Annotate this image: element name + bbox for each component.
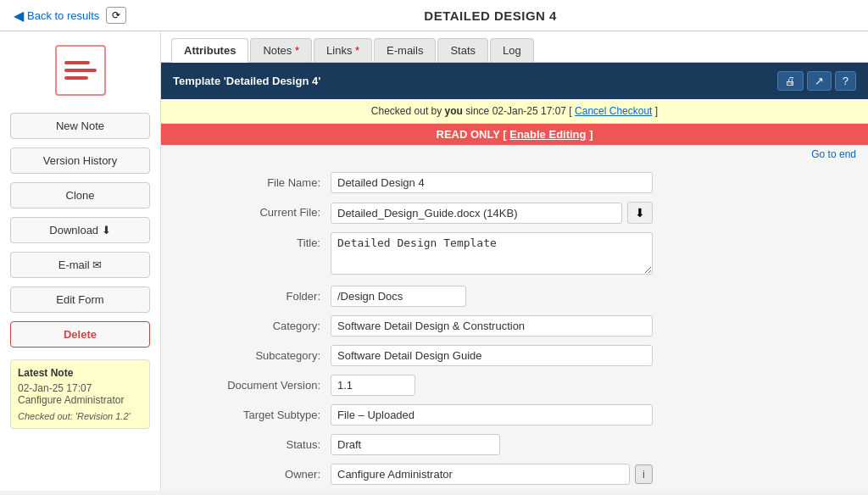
- folder-input[interactable]: [331, 286, 466, 307]
- label-targetsubtype: Target Subtype:: [212, 404, 331, 421]
- checkout-you: you: [445, 105, 463, 117]
- download-button[interactable]: Download ⬇: [10, 217, 150, 243]
- go-to-end-link[interactable]: Go to end: [811, 148, 856, 160]
- sidebar-logo: [10, 45, 150, 96]
- form-row-targetsubtype: Target Subtype:: [212, 404, 851, 425]
- checkout-since: since 02-Jan-25 17:07 [: [465, 105, 571, 117]
- readonly-end: ]: [589, 128, 593, 141]
- doc-panel: Template 'Detailed Design 4' 🖨 ↗ ? Check…: [161, 63, 868, 491]
- edit-form-button[interactable]: Edit Form: [10, 286, 150, 313]
- label-docversion: Document Version:: [212, 375, 331, 392]
- history-icon-button[interactable]: ⟳: [106, 7, 126, 24]
- logo-line-3: [64, 76, 88, 80]
- label-filename: File Name:: [212, 172, 331, 189]
- logo-lines: [64, 61, 97, 80]
- form-row-filename: File Name:: [212, 172, 851, 193]
- label-owner: Owner:: [212, 464, 331, 481]
- label-status: Status:: [212, 434, 331, 451]
- open-external-button[interactable]: ↗: [807, 71, 832, 91]
- top-bar: ◀ Back to results ⟳ DETAILED DESIGN 4: [0, 0, 868, 31]
- owner-info-button[interactable]: i: [635, 464, 653, 484]
- print-button[interactable]: 🖨: [777, 71, 804, 91]
- status-input[interactable]: [331, 434, 500, 455]
- version-history-button[interactable]: Version History: [10, 147, 150, 174]
- form-row-currentfile: Current File: ⬇: [212, 202, 851, 224]
- tab-links[interactable]: Links *: [314, 38, 372, 62]
- back-label: Back to results: [27, 9, 99, 22]
- tab-stats[interactable]: Stats: [437, 38, 488, 62]
- checkout-bracket-end: ]: [655, 105, 658, 117]
- label-title: Title:: [212, 232, 331, 249]
- form-row-title: Title: Detailed Design Template: [212, 232, 851, 277]
- currentfile-input[interactable]: [331, 203, 622, 224]
- form-area: File Name: Current File: ⬇: [161, 164, 868, 491]
- form-row-subcategory: Subcategory:: [212, 345, 851, 366]
- input-category: [331, 315, 653, 336]
- doc-header: Template 'Detailed Design 4' 🖨 ↗ ?: [161, 63, 868, 99]
- tab-emails[interactable]: E-mails: [374, 38, 436, 62]
- tab-attributes[interactable]: Attributes: [171, 38, 248, 63]
- label-subcategory: Subcategory:: [212, 345, 331, 362]
- form-row-docversion: Document Version:: [212, 375, 851, 396]
- page-title: DETAILED DESIGN 4: [126, 8, 854, 23]
- clone-button[interactable]: Clone: [10, 182, 150, 209]
- input-docversion: [331, 375, 653, 396]
- readonly-bar: READ ONLY [ Enable Editing ]: [161, 124, 868, 145]
- back-arrow-icon: ◀: [14, 8, 24, 24]
- owner-input-group: i: [331, 464, 653, 485]
- targetsubtype-input[interactable]: [331, 404, 653, 425]
- latest-note-date: 02-Jan-25 17:07: [18, 382, 142, 394]
- input-filename: [331, 172, 653, 193]
- latest-note-author: Canfigure Administrator: [18, 394, 142, 406]
- tab-log[interactable]: Log: [490, 38, 534, 62]
- form-row-folder: Folder:: [212, 286, 851, 307]
- main-layout: New Note Version History Clone Download …: [0, 31, 868, 491]
- email-button[interactable]: E-mail ✉: [10, 252, 150, 278]
- doc-header-title: Template 'Detailed Design 4': [173, 75, 320, 87]
- owner-input[interactable]: [331, 464, 630, 485]
- checked-out-note: Checked out: 'Revision 1.2': [18, 411, 142, 421]
- document-logo: [55, 45, 106, 96]
- content-area: Attributes Notes * Links * E-mails Stats…: [161, 31, 868, 491]
- label-category: Category:: [212, 315, 331, 332]
- enable-editing-link[interactable]: Enable Editing: [509, 128, 586, 141]
- readonly-prefix: READ ONLY [: [437, 128, 507, 141]
- title-textarea[interactable]: Detailed Design Template: [331, 232, 653, 275]
- links-asterisk: *: [352, 44, 359, 57]
- logo-line-2: [64, 69, 97, 72]
- checkout-prefix: Checked out by: [371, 105, 442, 117]
- input-subcategory: [331, 345, 653, 366]
- new-note-button[interactable]: New Note: [10, 113, 150, 139]
- notes-asterisk: *: [292, 44, 299, 57]
- help-button[interactable]: ?: [835, 71, 856, 91]
- sidebar: New Note Version History Clone Download …: [0, 31, 161, 491]
- cancel-checkout-link[interactable]: Cancel Checkout: [575, 105, 652, 117]
- form-row-status: Status:: [212, 434, 851, 455]
- input-targetsubtype: [331, 404, 653, 425]
- label-currentfile: Current File:: [212, 202, 331, 219]
- docversion-input[interactable]: [331, 375, 415, 396]
- doc-header-icons: 🖨 ↗ ?: [777, 71, 856, 91]
- input-owner: i: [331, 464, 653, 485]
- latest-note-box: Latest Note 02-Jan-25 17:07 Canfigure Ad…: [10, 359, 150, 429]
- tabs-bar: Attributes Notes * Links * E-mails Stats…: [161, 31, 868, 63]
- input-folder: [331, 286, 653, 307]
- currentfile-input-group: ⬇: [331, 202, 653, 224]
- label-folder: Folder:: [212, 286, 331, 303]
- category-input[interactable]: [331, 315, 653, 336]
- go-to-end: Go to end: [161, 145, 868, 164]
- form-row-owner: Owner: i: [212, 464, 851, 485]
- input-status: [331, 434, 653, 455]
- input-currentfile: ⬇: [331, 202, 653, 224]
- delete-button[interactable]: Delete: [10, 321, 150, 348]
- input-title: Detailed Design Template: [331, 232, 653, 277]
- currentfile-download-button[interactable]: ⬇: [627, 202, 653, 224]
- back-to-results-link[interactable]: ◀ Back to results: [14, 8, 99, 24]
- latest-note-title: Latest Note: [18, 367, 142, 379]
- filename-input[interactable]: [331, 172, 653, 193]
- tab-notes[interactable]: Notes *: [250, 38, 312, 62]
- checkout-bar: Checked out by you since 02-Jan-25 17:07…: [161, 99, 868, 124]
- subcategory-input[interactable]: [331, 345, 653, 366]
- form-row-category: Category:: [212, 315, 851, 336]
- logo-line-1: [64, 61, 90, 64]
